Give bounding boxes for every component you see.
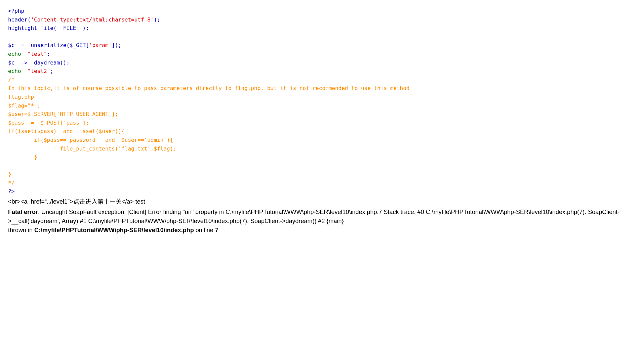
comment-open: /* — [8, 77, 14, 83]
header-func: header('Content-type:text/html;charset=u… — [8, 16, 160, 23]
code-line-highlight: highlight_file(__FILE__); — [8, 24, 636, 33]
c-var2: $c -> daydream(); — [8, 59, 70, 66]
code-line-blank2 — [8, 162, 636, 170]
comment-close-text: */ — [8, 180, 14, 186]
c-var: $c — [8, 42, 14, 48]
semicolon2: ; — [50, 68, 53, 74]
echo-space — [21, 51, 28, 57]
code-line-c-assign: $c = unserialize($_GET['param']); — [8, 41, 636, 50]
on-line-text: on line — [194, 227, 215, 233]
code-container: <?php header('Content-type:text/html;cha… — [8, 7, 636, 196]
close-outer-text: } — [8, 171, 11, 177]
if-pass-text: if($pass=='password' and $user=='admin')… — [8, 137, 173, 143]
user-assign-text: $user=$_SERVER['HTTP_USER_AGENT']; — [8, 111, 118, 117]
fatal-error-label: Fatal error — [8, 209, 38, 215]
semicolon1: ; — [47, 51, 50, 57]
get-var: $_GET[ — [70, 42, 89, 48]
php-open-tag: <?php — [8, 8, 24, 14]
code-line-if-isset: if(isset($pass) and isset($user)){ — [8, 127, 636, 136]
close-inner-text: } — [8, 154, 37, 160]
pass-assign-text: $pass = $_POST['pass']; — [8, 120, 89, 126]
test2-string: "test2" — [28, 68, 50, 74]
page-output: <br><a href=“../level1”>点击进入第十一关</a> tes… — [8, 197, 636, 206]
code-line-echo-test2: echo "test2"; — [8, 67, 636, 76]
echo2-keyword: echo — [8, 68, 21, 74]
code-line-pass-assign: $pass = $_POST['pass']; — [8, 119, 636, 127]
flag-assign-text: $flag="*"; — [8, 102, 40, 109]
if-isset-text: if(isset($pass) and isset($user)){ — [8, 128, 125, 134]
code-line-flag-php: flag.php — [8, 93, 636, 101]
code-line-flag-assign: $flag="*"; — [8, 101, 636, 110]
code-line-close-outer: } — [8, 170, 636, 179]
code-line-comment-body: In this topic,it is of course possible t… — [8, 84, 636, 93]
code-line-close-inner: } — [8, 153, 636, 162]
code-line-c-daydream: $c -> daydream(); — [8, 58, 636, 67]
error-message: : Uncaught SoapFault exception: [Client]… — [8, 209, 619, 224]
code-line-blank1 — [8, 33, 636, 41]
error-path: C:\myfile\PHPTutorial\WWW\php-SER\level1… — [34, 227, 194, 233]
php-close-tag: ?> — [8, 188, 14, 195]
error-block: Fatal error: Uncaught SoapFault exceptio… — [8, 208, 636, 235]
assign-end: ]); — [112, 42, 121, 48]
echo2-space — [21, 68, 28, 74]
code-line-if-pass: if($pass=='password' and $user=='admin')… — [8, 136, 636, 144]
thrown-text: thrown in — [8, 227, 34, 233]
code-line-php-open: <?php — [8, 7, 636, 15]
file-put-text: file_put_contents('flag.txt',$flag); — [8, 145, 176, 152]
highlight-func: highlight_file(__FILE__); — [8, 25, 89, 31]
param-string: 'param' — [89, 42, 112, 48]
code-line-user-assign: $user=$_SERVER['HTTP_USER_AGENT']; — [8, 110, 636, 119]
code-line-comment-close: */ — [8, 179, 636, 187]
assign-op: = unserialize( — [14, 42, 70, 48]
code-line-php-close: ?> — [8, 187, 636, 196]
code-line-echo-test: echo "test"; — [8, 50, 636, 58]
code-line-file-put: file_put_contents('flag.txt',$flag); — [8, 144, 636, 153]
echo-keyword: echo — [8, 51, 21, 57]
test-string: "test" — [28, 51, 47, 57]
code-line-header: header('Content-type:text/html;charset=u… — [8, 15, 636, 24]
error-line-number: 7 — [215, 227, 218, 233]
flag-php-text: flag.php — [8, 94, 34, 100]
code-line-comment-open: /* — [8, 76, 636, 84]
comment-text: In this topic,it is of course possible t… — [8, 85, 409, 91]
